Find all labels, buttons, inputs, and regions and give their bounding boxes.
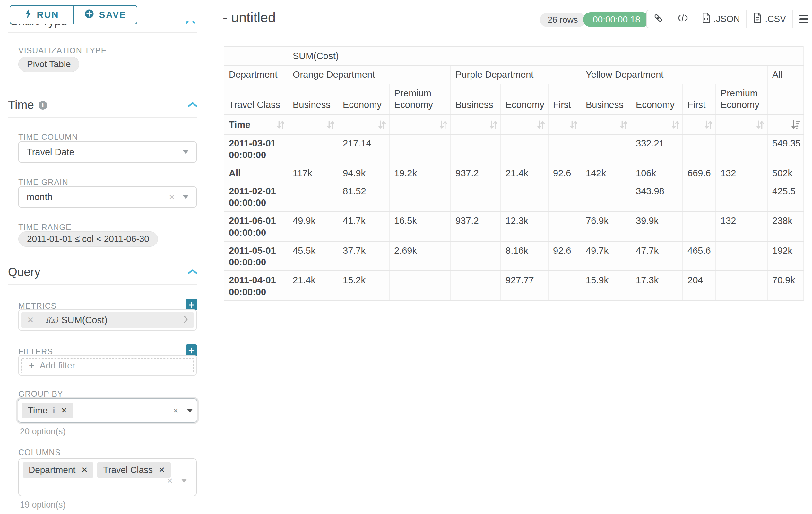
pivot-sort-cell xyxy=(389,115,451,134)
embed-code-button[interactable] xyxy=(670,10,695,28)
pivot-value-cell xyxy=(501,182,548,212)
columns-tag: Department ✕ xyxy=(23,462,93,478)
time-column-select[interactable]: Travel Date xyxy=(18,141,197,163)
clear-icon[interactable]: × xyxy=(169,191,175,202)
clear-icon[interactable]: × xyxy=(173,405,178,416)
pivot-sort-cell xyxy=(683,115,716,134)
time-column-value: Travel Date xyxy=(27,147,75,157)
pivot-col-header: Business xyxy=(288,84,338,115)
divider xyxy=(40,315,40,325)
metrics-control: ✕ f(x) SUM(Cost) xyxy=(18,309,197,330)
chevron-up-icon[interactable] xyxy=(188,269,197,276)
sort-desc-active-icon[interactable] xyxy=(791,120,801,130)
pivot-value-cell: 15.9k xyxy=(581,271,631,301)
row-count-badge: 26 rows xyxy=(540,13,586,27)
chart-title[interactable]: - untitled xyxy=(223,10,276,25)
run-save-button-group: RUN SAVE xyxy=(10,5,137,24)
remove-tag-icon[interactable]: ✕ xyxy=(158,465,165,475)
export-json-button[interactable]: .JSON xyxy=(695,10,746,28)
metric-pill[interactable]: ✕ f(x) SUM(Cost) xyxy=(21,312,194,328)
copy-link-button[interactable] xyxy=(647,10,670,28)
pivot-value-cell xyxy=(451,134,501,164)
remove-metric-icon[interactable]: ✕ xyxy=(21,315,40,325)
sort-icon[interactable] xyxy=(704,120,713,130)
file-code-icon xyxy=(702,13,710,25)
sort-icon[interactable] xyxy=(569,120,578,130)
pivot-value-cell: 37.7k xyxy=(338,241,389,271)
pivot-col-header: Economy xyxy=(338,84,389,115)
pivot-value-cell: 927.77 xyxy=(501,271,548,301)
pivot-value-cell: 106k xyxy=(631,164,683,182)
pivot-value-cell: 47.7k xyxy=(631,241,683,271)
pivot-sort-cell xyxy=(501,115,548,134)
sort-icon[interactable] xyxy=(536,120,545,130)
pivot-value-cell: 49.9k xyxy=(288,212,338,242)
pivot-value-cell xyxy=(581,134,631,164)
chart-type-collapse-chevron[interactable] xyxy=(192,20,196,24)
pivot-corner-label: Travel Class xyxy=(224,84,288,115)
time-range-pill[interactable]: 2011-01-01 ≤ col < 2011-06-30 xyxy=(18,231,158,247)
sort-icon[interactable] xyxy=(619,120,628,130)
columns-tag-label: Department xyxy=(29,465,76,475)
pivot-value-cell: 81.52 xyxy=(338,182,389,212)
group-by-select[interactable]: Time i ✕ × xyxy=(18,398,197,423)
pivot-value-cell: 132 xyxy=(716,164,767,182)
export-csv-button[interactable]: .CSV xyxy=(746,10,792,28)
sort-icon[interactable] xyxy=(378,120,386,130)
chart-type-collapse-chevron[interactable] xyxy=(185,20,189,24)
columns-label: COLUMNS xyxy=(18,448,61,457)
add-filter-dropzone[interactable]: + Add filter xyxy=(21,358,194,373)
export-json-label: .JSON xyxy=(714,14,740,24)
visualization-type-label: VISUALIZATION TYPE xyxy=(18,46,107,55)
pivot-value-cell: 332.21 xyxy=(631,134,683,164)
chevron-down-icon xyxy=(183,195,188,199)
pivot-value-cell xyxy=(716,182,767,212)
add-metric-button[interactable] xyxy=(185,299,197,310)
chevron-down-icon xyxy=(183,150,188,154)
lightning-bolt-icon xyxy=(25,9,32,21)
pivot-row: 2011-04-01 00:00:0021.4k15.2k927.7715.9k… xyxy=(224,271,804,301)
sort-icon[interactable] xyxy=(671,120,680,130)
pivot-col-header: Premium Economy xyxy=(716,84,767,115)
pivot-value-cell: 45.5k xyxy=(288,241,338,271)
pivot-sort-cell xyxy=(631,115,683,134)
clear-icon[interactable]: × xyxy=(167,475,173,486)
pivot-value-cell: 238k xyxy=(767,212,804,242)
sort-icon[interactable] xyxy=(756,120,764,130)
chevron-down-icon[interactable] xyxy=(187,409,193,412)
run-button[interactable]: RUN xyxy=(10,5,74,24)
columns-select[interactable]: Department ✕ Travel Class ✕ × xyxy=(18,458,197,496)
chevron-down-icon[interactable] xyxy=(181,479,187,483)
panel-splitter[interactable] xyxy=(208,0,208,514)
sort-icon[interactable] xyxy=(326,120,335,130)
menu-button[interactable] xyxy=(792,10,812,28)
pivot-value-cell: 19.2k xyxy=(389,164,451,182)
chevron-up-icon[interactable] xyxy=(188,102,197,109)
chevron-right-icon[interactable] xyxy=(183,316,188,324)
pivot-table: SUM(Cost)DepartmentOrange DepartmentPurp… xyxy=(224,46,804,301)
group-by-tag-label: Time xyxy=(28,405,48,416)
pivot-col-header: Economy xyxy=(501,84,548,115)
save-button[interactable]: SAVE xyxy=(73,5,137,24)
hamburger-menu-icon xyxy=(800,15,809,23)
pivot-row: 2011-06-01 00:00:0049.9k41.7k16.5k937.21… xyxy=(224,212,804,242)
pivot-row-axis: Time xyxy=(224,115,288,134)
pivot-col-header: Business xyxy=(581,84,631,115)
viz-type-pill[interactable]: Pivot Table xyxy=(18,57,79,72)
pivot-value-cell: 217.14 xyxy=(338,134,389,164)
pivot-row-label: All xyxy=(224,164,288,182)
columns-options-hint: 19 option(s) xyxy=(20,500,66,510)
sort-icon[interactable] xyxy=(439,120,448,130)
remove-tag-icon[interactable]: ✕ xyxy=(81,465,88,475)
columns-tag: Travel Class ✕ xyxy=(97,462,171,478)
remove-tag-icon[interactable]: ✕ xyxy=(61,406,67,415)
time-grain-select[interactable]: month × xyxy=(18,186,197,208)
pivot-value-cell: 465.6 xyxy=(683,241,716,271)
pivot-value-cell: 8.16k xyxy=(501,241,548,271)
add-filter-plus-button[interactable] xyxy=(185,344,197,356)
group-by-tag: Time i ✕ xyxy=(22,403,73,418)
pivot-row-label: 2011-02-01 00:00:00 xyxy=(224,182,288,212)
sort-icon[interactable] xyxy=(489,120,498,130)
sort-icon[interactable] xyxy=(276,120,285,130)
pivot-value-cell: 425.5 xyxy=(767,182,804,212)
